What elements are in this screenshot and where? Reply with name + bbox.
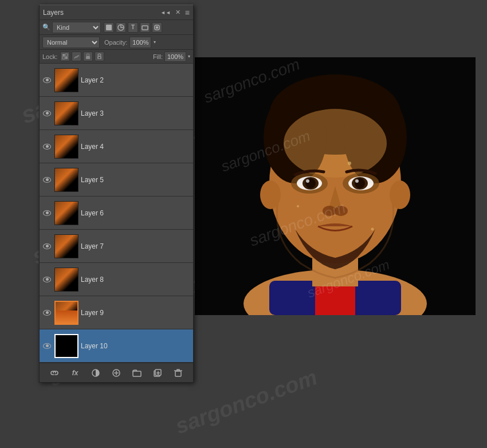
svg-rect-35 (156, 26, 158, 29)
layer-visibility-6[interactable] (42, 208, 52, 218)
fill-input[interactable] (164, 52, 186, 62)
layer-thumbnail-2 (54, 68, 78, 92)
panel-menu-btn[interactable]: ≡ (185, 8, 190, 17)
layer-item-2[interactable]: Layer 2 (40, 64, 193, 97)
layer-mask-btn[interactable] (89, 367, 102, 379)
photo-canvas: sargonco.com sargonco.com sargonco.com s… (195, 57, 476, 315)
svg-rect-41 (86, 56, 90, 59)
layer-item-10[interactable]: Layer 10 (40, 329, 193, 363)
layer-thumbnail-9 (54, 301, 78, 325)
layer-effects-btn[interactable]: fx (69, 367, 81, 379)
layer-visibility-10[interactable] (42, 341, 52, 351)
layer-item-6[interactable]: Layer 6 (40, 197, 193, 230)
filter-adjustment-btn[interactable] (116, 22, 126, 33)
svg-point-25 (297, 205, 299, 207)
lock-all-btn[interactable] (95, 52, 104, 61)
layer-item-9[interactable]: Layer 9 (40, 296, 193, 329)
eye-icon-4[interactable] (43, 144, 51, 150)
layer-thumbnail-7 (54, 234, 78, 258)
lock-position-btn[interactable] (83, 52, 93, 61)
layers-panel: Layers ◄◄ ✕ ≡ 🔍 Kind Name Effect Mode At… (39, 5, 194, 383)
link-layers-btn[interactable] (48, 367, 61, 379)
layers-list[interactable]: Layer 2 Layer 3 Layer 4 (40, 64, 193, 363)
layer-visibility-7[interactable] (42, 241, 52, 251)
panel-close-btn[interactable]: ✕ (175, 9, 180, 16)
eye-icon-10[interactable] (43, 343, 51, 349)
lock-transparent-btn[interactable] (60, 52, 70, 61)
svg-rect-31 (106, 25, 112, 30)
svg-rect-49 (133, 371, 141, 376)
layer-item-7[interactable]: Layer 7 (40, 230, 193, 263)
panel-controls: ◄◄ ✕ ≡ (160, 8, 190, 17)
filter-kind-icon: 🔍 (42, 23, 50, 31)
layer-item-4[interactable]: Layer 4 (40, 130, 193, 163)
filter-row: 🔍 Kind Name Effect Mode Attribute Color … (40, 20, 193, 35)
svg-point-24 (348, 162, 351, 165)
layer-visibility-2[interactable] (42, 75, 52, 85)
svg-point-23 (390, 180, 410, 209)
eye-icon-8[interactable] (43, 277, 51, 282)
new-layer-btn[interactable] (151, 367, 164, 379)
new-adjustment-btn[interactable] (110, 367, 123, 379)
fill-dropdown-arrow[interactable]: ▾ (188, 54, 190, 59)
fill-label: Fill: (153, 53, 163, 60)
svg-rect-40 (87, 54, 89, 56)
svg-rect-42 (98, 54, 101, 56)
layer-thumbnail-6 (54, 201, 78, 225)
layer-item-8[interactable]: Layer 8 (40, 263, 193, 296)
eye-icon-9[interactable] (43, 310, 51, 316)
layer-visibility-3[interactable] (42, 108, 52, 119)
lock-label: Lock: (42, 53, 57, 60)
svg-rect-33 (142, 26, 148, 30)
layer-item-5[interactable]: Layer 5 (40, 163, 193, 197)
panel-titlebar: Layers ◄◄ ✕ ≡ (40, 5, 193, 20)
opacity-label: Opacity: (104, 39, 127, 46)
layer-name-4: Layer 4 (81, 143, 191, 151)
panel-bottom-toolbar: fx (40, 363, 193, 382)
layer-thumbnail-10 (54, 334, 78, 358)
layer-name-6: Layer 6 (81, 209, 191, 217)
layer-item-3[interactable]: Layer 3 (40, 97, 193, 130)
layer-name-7: Layer 7 (81, 242, 191, 250)
new-group-btn[interactable] (131, 367, 143, 379)
blend-mode-row: Normal Dissolve Multiply Screen Overlay … (40, 35, 193, 50)
svg-rect-36 (62, 54, 65, 56)
filter-pixel-btn[interactable] (104, 22, 114, 33)
filter-shape-btn[interactable] (140, 22, 150, 33)
layer-visibility-5[interactable] (42, 175, 52, 185)
filter-icons: T (104, 22, 162, 33)
filter-kind-select[interactable]: Kind Name Effect Mode Attribute Color (52, 22, 101, 33)
lock-pixels-btn[interactable] (72, 52, 81, 61)
svg-point-19 (355, 179, 359, 183)
opacity-dropdown-arrow[interactable]: ▾ (154, 40, 156, 45)
delete-layer-btn[interactable] (172, 367, 184, 379)
layer-thumbnail-4 (54, 135, 78, 159)
filter-smart-btn[interactable] (152, 22, 162, 33)
eye-icon-5[interactable] (43, 177, 51, 183)
eye-icon-7[interactable] (43, 243, 51, 249)
filter-text-btn[interactable]: T (128, 22, 138, 33)
layer-thumbnail-5 (54, 168, 78, 192)
opacity-input[interactable] (129, 37, 151, 48)
layer-name-9: Layer 9 (81, 309, 191, 317)
layer-name-10: Layer 10 (81, 342, 191, 350)
layer-visibility-9[interactable] (42, 308, 52, 318)
blend-mode-select[interactable]: Normal Dissolve Multiply Screen Overlay (42, 37, 100, 48)
face-illustration: sargonco.com sargonco.com sargonco.com s… (195, 57, 476, 315)
layer-visibility-8[interactable] (42, 274, 52, 285)
svg-point-26 (371, 228, 374, 231)
layer-name-2: Layer 2 (81, 76, 191, 84)
svg-rect-38 (62, 57, 65, 59)
layer-name-8: Layer 8 (81, 276, 191, 284)
panel-collapse-arrows[interactable]: ◄◄ (160, 10, 171, 15)
eye-icon-2[interactable] (43, 77, 51, 83)
lock-row: Lock: Fill: ▾ (40, 50, 193, 64)
layer-thumbnail-8 (54, 268, 78, 292)
layer-name-3: Layer 3 (81, 109, 191, 117)
eye-icon-6[interactable] (43, 210, 51, 216)
panel-title: Layers (43, 9, 64, 17)
eye-icon-3[interactable] (43, 111, 51, 116)
svg-rect-44 (99, 57, 100, 58)
layer-visibility-4[interactable] (42, 142, 52, 152)
svg-rect-39 (65, 57, 68, 59)
